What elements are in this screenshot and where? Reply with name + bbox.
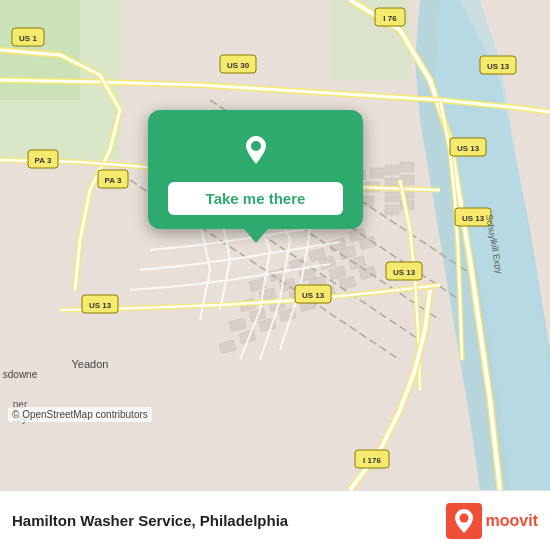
svg-text:I 176: I 176 xyxy=(363,456,381,465)
svg-text:US 13: US 13 xyxy=(457,144,480,153)
svg-text:US 13: US 13 xyxy=(393,268,416,277)
location-popup[interactable]: Take me there xyxy=(148,110,363,229)
take-me-there-button[interactable]: Take me there xyxy=(168,182,343,215)
svg-text:US 13: US 13 xyxy=(462,214,485,223)
svg-rect-22 xyxy=(385,165,399,175)
svg-text:US 13: US 13 xyxy=(487,62,510,71)
svg-text:I 76: I 76 xyxy=(383,14,397,23)
map-container: US 1 US 30 US 13 I 76 US 13 US 13 US 13 … xyxy=(0,0,550,490)
place-info: Hamilton Washer Service, Philadelphia xyxy=(12,512,446,530)
place-name: Hamilton Washer Service, Philadelphia xyxy=(12,512,288,529)
svg-rect-23 xyxy=(400,162,414,172)
svg-text:Yeadon: Yeadon xyxy=(72,358,109,370)
svg-text:US 1: US 1 xyxy=(19,34,37,43)
svg-point-93 xyxy=(251,141,261,151)
moovit-icon xyxy=(446,503,482,539)
svg-text:US 13: US 13 xyxy=(302,291,325,300)
svg-rect-28 xyxy=(385,205,399,215)
osm-credit: © OpenStreetMap contributors xyxy=(8,407,152,422)
moovit-label: moovit xyxy=(486,512,538,530)
svg-text:PA 3: PA 3 xyxy=(35,156,52,165)
svg-rect-9 xyxy=(370,168,384,178)
bottom-bar: Hamilton Washer Service, Philadelphia mo… xyxy=(0,490,550,550)
svg-rect-26 xyxy=(385,192,399,202)
svg-point-95 xyxy=(459,513,468,522)
svg-text:US 13: US 13 xyxy=(89,301,112,310)
moovit-logo[interactable]: moovit xyxy=(446,503,538,539)
svg-text:PA 3: PA 3 xyxy=(105,176,122,185)
svg-text:sdowne: sdowne xyxy=(3,369,38,380)
svg-text:US 30: US 30 xyxy=(227,61,250,70)
location-pin-icon xyxy=(234,128,278,172)
